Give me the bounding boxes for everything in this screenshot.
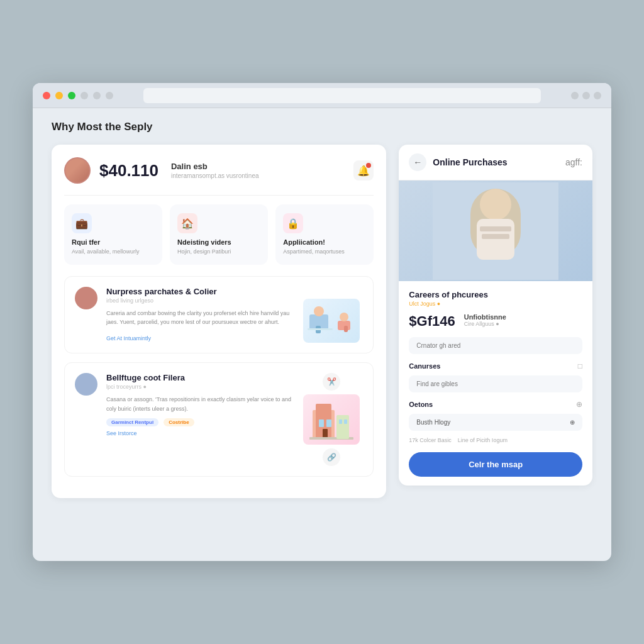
illustration-building xyxy=(303,394,360,445)
article-avatar-2 xyxy=(75,373,97,396)
tag-orange[interactable]: Costribe xyxy=(164,418,194,426)
svg-rect-9 xyxy=(319,419,324,427)
svg-point-3 xyxy=(340,313,348,321)
browser-content: Why Most the Seply $40.110 Dalin esb int… xyxy=(33,108,611,511)
illustration-people xyxy=(303,299,360,343)
cat-title-3: Appliication! xyxy=(283,238,366,246)
dropdown-field[interactable]: Busth Hlogy ⊕ xyxy=(409,414,582,431)
dot-3 xyxy=(594,92,601,99)
account-header: $40.110 Dalin esb interamansompt.as vusr… xyxy=(64,157,374,184)
article-title-2: Bellftuge coot Filera xyxy=(106,373,291,382)
back-button[interactable]: ← xyxy=(409,153,426,171)
svg-rect-15 xyxy=(344,419,347,424)
article-card-2: Bellftuge coot Filera lpci troceyurrs ● … xyxy=(64,362,374,477)
category-icon-3: 🔒 xyxy=(283,213,303,233)
svg-rect-6 xyxy=(308,328,333,330)
traffic-light-red[interactable] xyxy=(43,92,50,99)
price-label: Unfiobtisnne xyxy=(464,313,506,321)
browser-titlebar xyxy=(33,83,611,108)
traffic-light-green[interactable] xyxy=(68,92,75,99)
cat-sub-2: Hojin, design Patiburi xyxy=(177,248,260,256)
product-price: $Gf146 xyxy=(409,313,455,330)
svg-point-18 xyxy=(480,189,511,220)
svg-rect-13 xyxy=(336,415,349,439)
divider-1 xyxy=(64,195,374,196)
account-sub: interamansompt.as vusrontinea xyxy=(171,172,353,179)
courses-icon: □ xyxy=(578,362,582,370)
cat-title-2: Ndeisting viders xyxy=(177,238,260,246)
product-image xyxy=(399,180,592,281)
svg-rect-14 xyxy=(339,419,342,424)
options-row: Oetons ⊕ xyxy=(409,400,582,409)
article-link-1[interactable]: Get At Intuamintly xyxy=(106,335,151,341)
traffic-light-gray-3 xyxy=(106,92,113,99)
article-title-1: Nurpress parchates & Colier xyxy=(106,287,291,296)
article-meta-2: lpci troceyurrs ● xyxy=(106,384,291,390)
browser-window: Why Most the Seply $40.110 Dalin esb int… xyxy=(33,83,611,561)
category-card-2[interactable]: 🏠 Ndeisting viders Hojin, design Patibur… xyxy=(170,204,268,265)
article-text-1: Careria and combar bowing the clarity yo… xyxy=(106,309,291,327)
filter-input[interactable] xyxy=(409,375,582,392)
svg-rect-21 xyxy=(482,234,509,239)
right-panel-body: Careers of phcurees Ulct Jogus ● $Gf146 … xyxy=(399,281,592,486)
category-card-1[interactable]: 💼 Rqui tfer Avail, available, mellowurly xyxy=(64,204,162,265)
action-scissors[interactable]: ✂️ xyxy=(323,373,340,391)
right-panel-title: Online Purchases xyxy=(433,157,559,167)
price-sub: Cire Allguus ● xyxy=(464,321,506,327)
svg-rect-5 xyxy=(344,326,348,332)
article-meta-1: irbed living urlgeso xyxy=(106,297,291,304)
category-icon-1: 💼 xyxy=(72,213,92,233)
left-panel: $40.110 Dalin esb interamansompt.as vusr… xyxy=(52,145,386,498)
article-illustration-1 xyxy=(300,287,363,343)
category-cards: 💼 Rqui tfer Avail, available, mellowurly… xyxy=(64,204,374,265)
dot-1 xyxy=(571,92,579,99)
traffic-light-yellow[interactable] xyxy=(55,92,63,99)
address-bar[interactable] xyxy=(143,88,541,103)
svg-point-1 xyxy=(314,306,324,316)
notification-button[interactable]: 🔔 xyxy=(353,160,374,180)
category-card-3[interactable]: 🔒 Appliication! Aspartimed, maqortuses xyxy=(275,204,374,265)
courses-section-label: Canurses □ xyxy=(409,362,582,370)
main-layout: $40.110 Dalin esb interamansompt.as vusr… xyxy=(52,145,592,498)
cat-title-1: Rqui tfer xyxy=(72,238,155,246)
meta-left: 17k Colcer Basic xyxy=(409,437,452,443)
dropdown-icon: ⊕ xyxy=(570,419,575,426)
account-info: Dalin esb interamansompt.as vusrontinea xyxy=(171,162,353,179)
traffic-light-gray-2 xyxy=(93,92,101,99)
dropdown-value: Busth Hlogy xyxy=(416,419,450,426)
article-text-2: Casana or assogn. 'Tras repositionirs in… xyxy=(106,395,291,413)
account-amount: $40.110 xyxy=(99,161,158,180)
svg-rect-10 xyxy=(326,419,331,427)
avatar xyxy=(64,157,91,184)
product-rating: Ulct Jogus ● xyxy=(409,301,582,307)
options-icon[interactable]: ⊕ xyxy=(576,400,582,409)
traffic-light-gray-1 xyxy=(80,92,88,99)
search-input[interactable] xyxy=(409,337,582,354)
back-icon: ← xyxy=(413,157,422,167)
svg-rect-19 xyxy=(477,219,514,260)
article-avatar-1 xyxy=(75,287,97,309)
price-info: Unfiobtisnne Cire Allguus ● xyxy=(464,313,506,327)
right-panel-header: ← Online Purchases agff: xyxy=(399,145,592,180)
account-name: Dalin esb xyxy=(171,162,353,171)
product-name: Careers of phcurees xyxy=(409,290,582,299)
avatar-face xyxy=(65,158,89,182)
article-body-1: Nurpress parchates & Colier irbed living… xyxy=(106,287,291,343)
article-illustration-2: ✂️ xyxy=(300,373,363,466)
article-body-2: Bellftuge coot Filera lpci troceyurrs ● … xyxy=(106,373,291,466)
browser-dots-right xyxy=(571,92,601,99)
meta-right: Line of Picith Iogum xyxy=(458,437,508,443)
cta-button[interactable]: Celr the msap xyxy=(409,452,582,477)
tag-blue[interactable]: Garminct Rentpul xyxy=(106,418,158,426)
cat-sub-3: Aspartimed, maqortuses xyxy=(283,248,366,256)
price-row: $Gf146 Unfiobtisnne Cire Allguus ● xyxy=(409,313,582,330)
dot-2 xyxy=(582,92,590,99)
cat-sub-1: Avail, available, mellowurly xyxy=(72,248,155,256)
article-card-1: Nurpress parchates & Colier irbed living… xyxy=(64,276,374,354)
notification-dot xyxy=(366,163,371,168)
see-link[interactable]: See Irstorce xyxy=(106,430,137,436)
action-link[interactable]: 🔗 xyxy=(323,448,340,466)
article-tags: Garminct Rentpul Costribe xyxy=(106,418,291,426)
right-panel: ← Online Purchases agff: xyxy=(399,145,592,486)
menu-button[interactable]: agff: xyxy=(565,157,582,167)
